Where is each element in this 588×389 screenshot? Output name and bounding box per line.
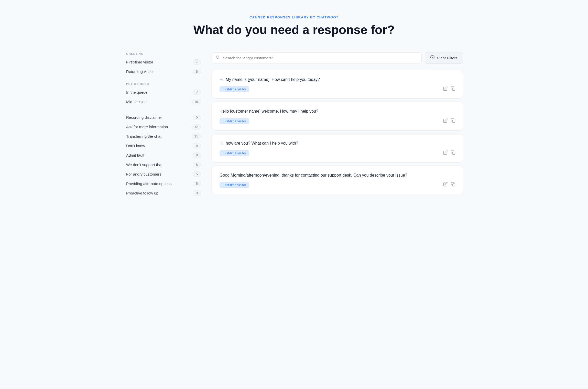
sidebar-item-count: 11	[192, 134, 201, 139]
copy-icon[interactable]	[451, 182, 455, 188]
response-footer: First-time visitor	[220, 182, 455, 188]
header-subtitle: CANNED RESPONSES LIBRARY BY CHATWOOT	[125, 15, 463, 19]
sidebar-item-label: Mid-session	[126, 100, 147, 104]
search-row: Clear Filters	[212, 52, 463, 64]
svg-rect-8	[453, 184, 455, 186]
response-text: Hi, how are you? What can I help you wit…	[220, 140, 455, 147]
edit-icon[interactable]	[443, 150, 448, 156]
svg-line-1	[219, 58, 219, 59]
sidebar-item-label: For angry customers	[126, 172, 161, 176]
response-actions	[443, 182, 455, 188]
sidebar-item-label: Ask for more information	[126, 125, 168, 129]
response-footer: First-time visitor	[220, 86, 455, 92]
response-tag: First-time visitor	[220, 182, 249, 188]
response-card: Good Morning/afternoon/evening, thanks f…	[212, 166, 463, 194]
clear-filters-label: Clear Filters	[437, 56, 458, 60]
sidebar-section: PUT ON HOLDIn the queue7Mid-session10	[125, 82, 202, 106]
page-title: What do you need a response for?	[125, 23, 463, 37]
search-input[interactable]	[212, 52, 422, 63]
sidebar-item-count: 10	[192, 99, 201, 104]
sidebar-item[interactable]: Recording disclaimer5	[125, 113, 202, 122]
sidebar-item-count: 8	[193, 162, 201, 167]
sidebar-item-label: Returning visitor	[126, 69, 154, 74]
copy-icon[interactable]	[451, 150, 455, 156]
copy-icon[interactable]	[451, 86, 455, 92]
sidebar-item-label: Transferring the chat	[126, 134, 161, 138]
edit-icon[interactable]	[443, 118, 448, 124]
sidebar-section: Recording disclaimer5Ask for more inform…	[125, 113, 202, 198]
sidebar-item-count: 8	[193, 153, 201, 158]
response-card: Hi, My name is [your name]. How can I he…	[212, 70, 463, 99]
sidebar-item[interactable]: First-time visitor7	[125, 57, 202, 67]
sidebar-item[interactable]: For angry customers5	[125, 169, 202, 179]
response-footer: First-time visitor	[220, 118, 455, 124]
sidebar-item-label: Providing alternate options	[126, 181, 172, 186]
sidebar-item[interactable]: In the queue7	[125, 88, 202, 97]
svg-rect-7	[453, 152, 455, 154]
sidebar-section-title: PUT ON HOLD	[125, 82, 202, 85]
sidebar-item[interactable]: Returning visitor6	[125, 67, 202, 76]
sidebar-item-count: 5	[193, 171, 201, 177]
edit-icon[interactable]	[443, 86, 448, 92]
sidebar-item-label: Recording disclaimer	[126, 115, 162, 120]
sidebar-item-label: Admit fault	[126, 153, 144, 157]
edit-icon[interactable]	[443, 182, 448, 188]
sidebar-item-count: 9	[193, 143, 201, 148]
response-card: Hello [customer name] welcome. How may I…	[212, 102, 463, 131]
clear-filters-icon	[430, 55, 435, 61]
search-icon	[216, 55, 220, 60]
response-text: Hello [customer name] welcome. How may I…	[220, 108, 455, 115]
sidebar-item-count: 3	[193, 190, 201, 196]
response-text: Good Morning/afternoon/evening, thanks f…	[220, 172, 455, 179]
sidebar-item[interactable]: Admit fault8	[125, 150, 202, 160]
sidebar-item[interactable]: Transferring the chat11	[125, 132, 202, 141]
sidebar-item-count: 12	[192, 124, 201, 129]
response-tag: First-time visitor	[220, 150, 249, 156]
sidebar-item-label: Proactive follow up	[126, 191, 158, 195]
sidebar-item[interactable]: Providing alternate options5	[125, 179, 202, 188]
sidebar-section-title: GREETING	[125, 52, 202, 55]
response-actions	[443, 118, 455, 124]
sidebar-item-label: First-time visitor	[126, 60, 153, 64]
sidebar-item-label: Don't know	[126, 144, 145, 148]
response-tag: First-time visitor	[220, 118, 249, 124]
response-actions	[443, 150, 455, 156]
sidebar-item[interactable]: Proactive follow up3	[125, 188, 202, 198]
response-actions	[443, 86, 455, 92]
sidebar-item-count: 6	[193, 69, 201, 74]
sidebar-item-count: 5	[193, 181, 201, 186]
main-content: Clear Filters Hi, My name is [your name]…	[212, 52, 463, 197]
sidebar: GREETINGFirst-time visitor7Returning vis…	[125, 52, 202, 204]
sidebar-item[interactable]: Don't know9	[125, 141, 202, 150]
search-wrapper	[212, 52, 422, 63]
sidebar-item[interactable]: Mid-session10	[125, 97, 202, 106]
copy-icon[interactable]	[451, 118, 455, 124]
response-text: Hi, My name is [your name]. How can I he…	[220, 76, 455, 83]
sidebar-item[interactable]: We don't support that8	[125, 160, 202, 169]
sidebar-item-count: 7	[193, 90, 201, 95]
sidebar-item-label: We don't support that	[126, 163, 162, 167]
svg-rect-5	[453, 88, 455, 91]
sidebar-item[interactable]: Ask for more information12	[125, 122, 202, 132]
sidebar-section: GREETINGFirst-time visitor7Returning vis…	[125, 52, 202, 76]
clear-filters-button[interactable]: Clear Filters	[425, 52, 463, 64]
response-card: Hi, how are you? What can I help you wit…	[212, 134, 463, 163]
sidebar-item-count: 7	[193, 59, 201, 65]
svg-rect-6	[453, 120, 455, 123]
sidebar-item-count: 5	[193, 115, 201, 120]
response-tag: First-time visitor	[220, 86, 249, 92]
responses-list: Hi, My name is [your name]. How can I he…	[212, 70, 463, 194]
page-header: CANNED RESPONSES LIBRARY BY CHATWOOT Wha…	[125, 15, 463, 37]
response-footer: First-time visitor	[220, 150, 455, 156]
sidebar-item-label: In the queue	[126, 90, 147, 94]
